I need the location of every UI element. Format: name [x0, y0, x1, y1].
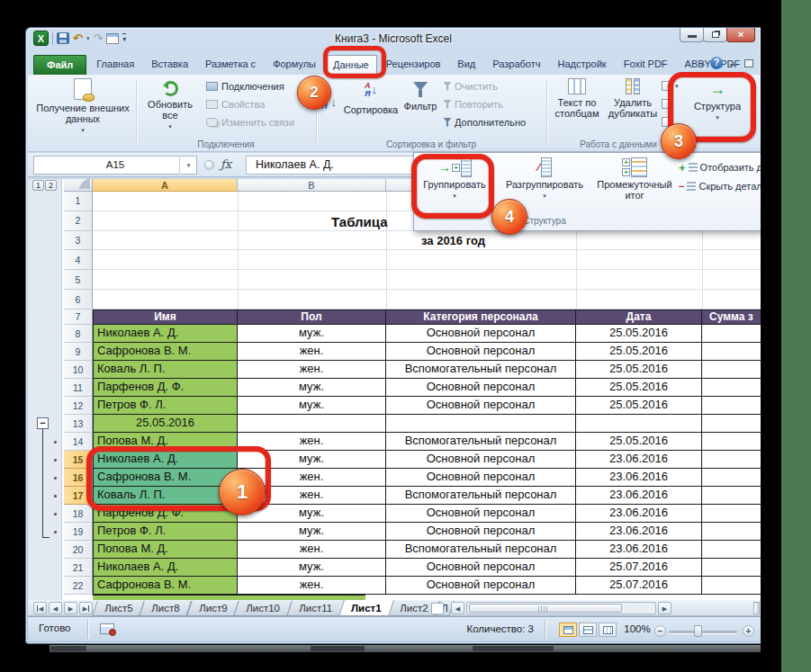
- cell-A12[interactable]: Петров Ф. Л.: [93, 397, 238, 415]
- cell-D10[interactable]: 25.05.2016: [576, 361, 702, 379]
- cell-E10[interactable]: [702, 361, 761, 379]
- cell-C20[interactable]: Вспомогательный персонал: [386, 541, 576, 559]
- row-header-2[interactable]: 2: [64, 211, 93, 231]
- cell-E16[interactable]: [702, 469, 761, 487]
- cell-A8[interactable]: Николаев А. Д.: [93, 325, 238, 343]
- cell-E17[interactable]: [702, 487, 761, 505]
- row-header-10[interactable]: 10: [64, 361, 93, 379]
- cell-D8[interactable]: 25.05.2016: [576, 325, 702, 343]
- cell-E8[interactable]: [702, 325, 761, 343]
- cell-C8[interactable]: Основной персонал: [386, 325, 576, 343]
- cell-E15[interactable]: [702, 451, 761, 469]
- cell-E22[interactable]: [702, 577, 761, 595]
- row-header-6[interactable]: 6: [64, 290, 93, 309]
- cell-E13[interactable]: [702, 415, 761, 433]
- cell-D9[interactable]: 25.05.2016: [576, 343, 702, 361]
- sheet-tab-Лист9[interactable]: Лист9: [186, 601, 239, 616]
- select-all-corner[interactable]: [64, 179, 93, 192]
- ungroup-button[interactable]: ∕ Разгруппировать ▾: [497, 156, 592, 202]
- cell-E21[interactable]: [702, 559, 761, 577]
- cell-B9[interactable]: жен.: [238, 343, 386, 361]
- cell-D20[interactable]: 23.06.2016: [576, 541, 702, 559]
- cell-C11[interactable]: Основной персонал: [386, 379, 576, 397]
- zoom-out-button[interactable]: −: [654, 625, 666, 637]
- next-sheet-button[interactable]: ▶: [64, 602, 77, 614]
- cell-B11[interactable]: муж.: [238, 379, 386, 397]
- cell-C16[interactable]: Основной персонал: [386, 469, 576, 487]
- horizontal-scrollbar[interactable]: [466, 602, 656, 614]
- cell-C14[interactable]: Вспомогательный персонал: [386, 433, 576, 451]
- page-layout-view-button[interactable]: [579, 623, 597, 637]
- row-header-13[interactable]: 13: [64, 415, 93, 433]
- tab-split-handle[interactable]: [753, 602, 760, 614]
- sheet-tab-Лист10[interactable]: Лист10: [233, 601, 292, 616]
- page-break-view-button[interactable]: [599, 623, 617, 637]
- last-sheet-button[interactable]: ▶: [79, 602, 93, 614]
- cell-D19[interactable]: 23.06.2016: [576, 523, 702, 541]
- cell-C10[interactable]: Вспомогательный персонал: [386, 361, 576, 379]
- column-header-A[interactable]: A: [93, 179, 238, 192]
- first-sheet-button[interactable]: ◀: [33, 602, 47, 614]
- row-header-20[interactable]: 20: [64, 541, 93, 559]
- outline-level-1-button[interactable]: 1: [32, 180, 44, 191]
- row-header-12[interactable]: 12: [64, 397, 93, 415]
- prev-sheet-button[interactable]: ◀: [49, 602, 62, 614]
- cell-B19[interactable]: муж.: [238, 523, 386, 541]
- cell-E14[interactable]: [702, 433, 761, 451]
- hide-detail-button[interactable]: − Скрыть детали: [679, 178, 761, 194]
- cell-D21[interactable]: 25.07.2016: [576, 559, 702, 577]
- outline-level-2-button[interactable]: 2: [45, 180, 57, 191]
- scroll-left-button[interactable]: ◀: [451, 602, 464, 614]
- zoom-level-label[interactable]: 100%: [622, 623, 653, 634]
- cell-D18[interactable]: 23.06.2016: [576, 505, 702, 523]
- insert-sheet-button[interactable]: [431, 603, 444, 614]
- cell-E9[interactable]: [702, 343, 761, 361]
- sheet-tab-Лист11[interactable]: Лист11: [286, 601, 344, 616]
- cell-B21[interactable]: муж.: [238, 559, 386, 577]
- cell-A9[interactable]: Сафронова В. М.: [93, 343, 238, 361]
- cell-B10[interactable]: жен.: [238, 361, 386, 379]
- cell-D22[interactable]: 25.07.2016: [576, 577, 702, 595]
- zoom-slider-thumb[interactable]: [694, 625, 702, 637]
- cell-D13[interactable]: [576, 415, 702, 433]
- row-header-19[interactable]: 19: [64, 523, 93, 541]
- row-header-1[interactable]: 1: [64, 192, 93, 211]
- cell-A22[interactable]: Сафронова В. М.: [93, 577, 238, 595]
- row-header-3[interactable]: 3: [64, 231, 93, 251]
- cell-A20[interactable]: Попова М. Д.: [93, 541, 238, 559]
- cell-C18[interactable]: Основной персонал: [386, 505, 576, 523]
- collapse-group-button[interactable]: −: [37, 417, 49, 429]
- show-detail-button[interactable]: + Отобразить дет: [679, 159, 761, 175]
- row-header-9[interactable]: 9: [64, 343, 93, 361]
- sheet-tab-Лист1[interactable]: Лист1: [338, 600, 393, 616]
- scrollbar-thumb[interactable]: [469, 604, 622, 613]
- cell-D17[interactable]: 23.06.2016: [576, 487, 702, 505]
- cell-A19[interactable]: Петров Ф. Л.: [93, 523, 238, 541]
- cell-C12[interactable]: Основной персонал: [386, 397, 576, 415]
- normal-view-button[interactable]: [559, 623, 577, 637]
- row-header-21[interactable]: 21: [64, 559, 93, 577]
- cell-E11[interactable]: [702, 379, 761, 397]
- row-header-22[interactable]: 22: [64, 577, 93, 595]
- column-header-B[interactable]: B: [238, 179, 386, 192]
- row-header-4[interactable]: 4: [64, 250, 93, 270]
- cell-E18[interactable]: [702, 505, 761, 523]
- cell-E20[interactable]: [702, 541, 761, 559]
- cell-B22[interactable]: жен.: [238, 577, 386, 595]
- cell-D11[interactable]: 25.05.2016: [576, 379, 702, 397]
- cell-D14[interactable]: 25.05.2016: [576, 433, 702, 451]
- row-header-7[interactable]: 7: [64, 309, 93, 325]
- cell-A10[interactable]: Коваль Л. П.: [93, 361, 238, 379]
- cell-D12[interactable]: 25.05.2016: [576, 397, 702, 415]
- cell-B12[interactable]: муж.: [238, 397, 386, 415]
- row-header-14[interactable]: 14: [64, 433, 93, 451]
- sheet-tab-Лист8[interactable]: Лист8: [140, 601, 193, 616]
- scroll-right-button[interactable]: ▶: [658, 602, 671, 614]
- cell-C13[interactable]: [386, 415, 576, 433]
- cell-D15[interactable]: 23.06.2016: [576, 451, 702, 469]
- zoom-in-button[interactable]: +: [743, 625, 754, 637]
- cell-C17[interactable]: Вспомогательный персонал: [386, 487, 576, 505]
- cell-C15[interactable]: Основной персонал: [386, 451, 576, 469]
- cell-B20[interactable]: жен.: [238, 541, 386, 559]
- cell-B13[interactable]: [238, 415, 386, 433]
